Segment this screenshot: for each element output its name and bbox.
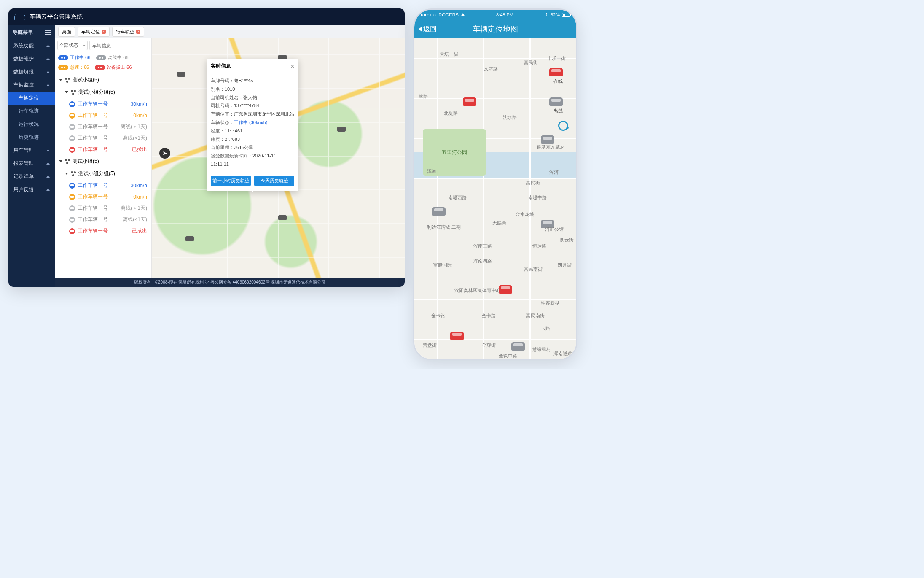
vehicle-item[interactable]: 工作车辆一号离线(<1天) bbox=[57, 132, 149, 144]
phone-frame: ●●○○○ ROGERS 8:48 PM ⇡ 32% 返回 车辆定位地图 五里河… bbox=[413, 8, 578, 360]
caret-up-icon bbox=[46, 58, 50, 60]
prev-hour-track-button[interactable]: 前一小时历史轨迹 bbox=[211, 176, 251, 186]
vehicle-status-icon bbox=[69, 113, 75, 119]
car-status-label: 在线 bbox=[553, 78, 563, 84]
caret-up-icon bbox=[46, 71, 50, 73]
popup-row: 车辆状态：工作中 (30km/h) bbox=[211, 119, 294, 127]
status-count-item: 怠速：66 bbox=[58, 64, 89, 70]
tab[interactable]: 桌面 bbox=[58, 27, 75, 37]
status-select[interactable]: 全部状态 bbox=[57, 41, 88, 50]
hamburger-icon[interactable] bbox=[45, 30, 51, 35]
caret-up-icon bbox=[46, 45, 50, 47]
car-marker[interactable] bbox=[549, 97, 563, 106]
car-marker[interactable] bbox=[549, 68, 563, 76]
vehicle-item[interactable]: 工作车辆一号30km/h bbox=[57, 180, 149, 191]
caret-up-icon bbox=[46, 162, 50, 165]
vehicle-status-icon bbox=[69, 135, 75, 141]
car-marker[interactable] bbox=[432, 207, 446, 216]
vehicle-item[interactable]: 工作车辆一号0km/h bbox=[57, 191, 149, 203]
map-marker[interactable] bbox=[185, 236, 194, 241]
nav-group-item[interactable]: 车辆监控 bbox=[8, 78, 55, 92]
vehicle-left: 工作车辆一号 bbox=[69, 123, 108, 130]
vehicle-item[interactable]: 工作车辆一号离线(＞1天) bbox=[57, 121, 149, 132]
car-status-label: 离线 bbox=[553, 108, 563, 114]
map-area[interactable]: ➤ 实时信息 × 车牌号码：粤B1**45别名：1010当前司机姓名：张大佑司机… bbox=[152, 38, 405, 278]
map-marker[interactable] bbox=[337, 127, 346, 132]
phone-header: 返回 车辆定位地图 bbox=[414, 20, 576, 38]
today-track-button[interactable]: 今天历史轨迹 bbox=[254, 176, 294, 186]
tab-close-icon[interactable]: × bbox=[136, 30, 140, 34]
nav-group-item[interactable]: 数据填报 bbox=[8, 65, 55, 78]
road-label: 天赐街 bbox=[492, 220, 506, 226]
signal-icon: ●●○○○ bbox=[420, 12, 436, 17]
road-label: 坤泰新界 bbox=[541, 300, 559, 306]
locate-button[interactable] bbox=[556, 119, 570, 133]
popup-row-value: 1010 bbox=[225, 86, 235, 92]
nav-group-item[interactable]: 系统功能 bbox=[8, 39, 55, 52]
sidebar-header: 导航菜单 bbox=[8, 25, 55, 39]
tab[interactable]: 车辆定位× bbox=[78, 27, 110, 37]
road-label: 营盘街 bbox=[423, 342, 437, 348]
tree-group[interactable]: 测试小组(5) bbox=[57, 155, 149, 167]
road-label: 银基东方威尼 bbox=[537, 144, 564, 150]
tab[interactable]: 行车轨迹× bbox=[112, 27, 144, 37]
tree-group[interactable]: 测试小组(5) bbox=[57, 74, 149, 86]
tree-subgroup[interactable]: 测试小组分组(5) bbox=[57, 167, 149, 180]
map-marker[interactable] bbox=[278, 215, 287, 220]
compass-icon[interactable]: ➤ bbox=[159, 148, 170, 159]
footer: 版权所有：©2008-现在 保留所有权利 🛡 粤公网安备 44030602004… bbox=[55, 278, 405, 287]
road-label: 慧缘馨村 bbox=[532, 346, 551, 353]
vehicle-status-icon bbox=[69, 124, 75, 130]
car-marker[interactable] bbox=[511, 342, 525, 351]
nav-sub-item[interactable]: 运行状况 bbox=[8, 118, 55, 131]
road-label: 富民街 bbox=[526, 180, 540, 186]
vehicle-item[interactable]: 工作车辆一号30km/h bbox=[57, 98, 149, 110]
nav-group-item[interactable]: 报表管理 bbox=[8, 157, 55, 170]
nav-group-item[interactable]: 数据维护 bbox=[8, 52, 55, 65]
vehicle-search-input[interactable] bbox=[89, 41, 152, 50]
vehicle-item[interactable]: 工作车辆一号离线(<1天) bbox=[57, 214, 149, 225]
popup-row-label: 当前里程： bbox=[211, 145, 234, 150]
nav-group-item[interactable]: 记录详单 bbox=[8, 170, 55, 183]
phone-map[interactable]: 五里河公园 在线离线天坛一街文萃路沈水路富民街丰乐一街北堤路萃路银基东方威尼浑河… bbox=[414, 38, 576, 359]
popup-row: 司机号码：137****4784 bbox=[211, 102, 294, 110]
car-marker[interactable] bbox=[450, 332, 464, 340]
tab-close-icon[interactable]: × bbox=[102, 30, 106, 34]
nav-sub-item[interactable]: 车辆定位 bbox=[8, 92, 55, 105]
status-pill-icon bbox=[95, 65, 105, 70]
popup-row: 纬度：2*.*683 bbox=[211, 135, 294, 144]
group-toggle-icon bbox=[59, 79, 62, 81]
nav-group-item[interactable]: 用车管理 bbox=[8, 144, 55, 157]
popup-row: 车牌号码：粤B1**45 bbox=[211, 77, 294, 85]
status-count-label: 工作中:66 bbox=[70, 54, 90, 61]
car-marker[interactable] bbox=[541, 135, 554, 144]
vehicle-item[interactable]: 工作车辆一号已拔出 bbox=[57, 144, 149, 155]
group-toggle-icon bbox=[65, 91, 68, 93]
road-label: 利达江湾成·二期 bbox=[427, 224, 461, 230]
nav-group-item[interactable]: 用户反馈 bbox=[8, 183, 55, 196]
popup-header: 实时信息 × bbox=[207, 59, 298, 73]
vehicle-info: 离线(<1天) bbox=[123, 135, 147, 142]
nav-sub-item[interactable]: 历史轨迹 bbox=[8, 131, 55, 144]
desktop-window: 车辆云平台管理系统 导航菜单 系统功能数据维护数据填报车辆监控车辆定位行车轨迹运… bbox=[8, 8, 405, 287]
tree-panel: 全部状态 工作中:66离线中:66怠速：66设备拔出:66 测试小组(5)测试小… bbox=[55, 38, 152, 278]
vehicle-left: 工作车辆一号 bbox=[69, 216, 108, 223]
vehicle-status-icon bbox=[69, 205, 75, 211]
tree-subgroup[interactable]: 测试小组分组(5) bbox=[57, 86, 149, 98]
status-count-label: 离线中:66 bbox=[108, 54, 128, 61]
road-label: 天坛一街 bbox=[440, 51, 458, 57]
close-icon[interactable]: × bbox=[291, 63, 294, 70]
locate-icon bbox=[557, 120, 569, 132]
vehicle-item[interactable]: 工作车辆一号离线(＞1天) bbox=[57, 203, 149, 214]
nav-sub-item[interactable]: 行车轨迹 bbox=[8, 105, 55, 118]
nav-label: 运行状况 bbox=[19, 121, 39, 128]
vehicle-status-icon bbox=[69, 228, 75, 234]
map-marker[interactable] bbox=[177, 72, 185, 77]
vehicle-item[interactable]: 工作车辆一号已拔出 bbox=[57, 225, 149, 237]
vehicle-item[interactable]: 工作车辆一号0km/h bbox=[57, 110, 149, 121]
back-button[interactable]: 返回 bbox=[419, 25, 437, 34]
car-marker[interactable] bbox=[463, 97, 476, 106]
road-label: 萃路 bbox=[419, 93, 428, 100]
road-label: 金飒中路 bbox=[499, 353, 517, 359]
tab-label: 桌面 bbox=[62, 29, 71, 35]
